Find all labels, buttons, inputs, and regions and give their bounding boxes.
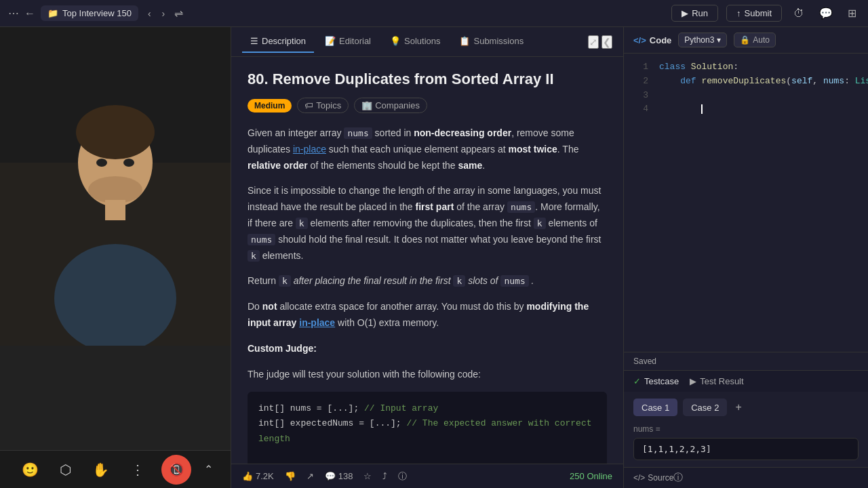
editor-footer: </> Source ⓘ xyxy=(624,467,868,488)
k-code-4: k xyxy=(279,275,291,287)
description-tab-label: Description xyxy=(262,36,306,46)
svg-point-3 xyxy=(76,105,155,159)
like-count: 7.2K xyxy=(256,471,274,481)
tab-description[interactable]: ☰ Description xyxy=(242,30,314,53)
bookmark-button[interactable]: ☆ xyxy=(363,471,372,481)
run-button[interactable]: ▶ Run xyxy=(671,5,718,22)
editor-header: </> Code Python3 ▾ 🔒 Auto xyxy=(624,27,868,54)
paragraph-4: Do not allocate extra space for another … xyxy=(248,299,607,331)
saved-indicator: Saved xyxy=(624,352,868,370)
run-label: Run xyxy=(692,8,708,18)
code-editor-area[interactable]: 1 class Solution: 2 def removeDuplicates… xyxy=(624,54,868,352)
bold-same: same xyxy=(458,160,483,171)
hand-raise-button[interactable]: ✋ xyxy=(88,458,113,482)
companies-tag[interactable]: 🏢 Companies xyxy=(354,98,427,113)
comment-count[interactable]: 💬 138 xyxy=(325,471,353,481)
right-panel: </> Code Python3 ▾ 🔒 Auto 1 class Soluti… xyxy=(624,27,868,488)
submissions-tab-label: Submissions xyxy=(473,36,524,46)
in-place-link-2[interactable]: in-place xyxy=(299,317,335,328)
case-1-tab[interactable]: Case 1 xyxy=(633,399,677,416)
info-button[interactable]: ⓘ xyxy=(398,470,407,483)
submit-button[interactable]: ↑ Submit xyxy=(726,5,782,22)
bold-relative-order: relative order xyxy=(248,160,308,171)
tabs-bar: ☰ Description 📝 Editorial 💡 Solutions 📋 … xyxy=(231,27,623,57)
code-source-icon: </> xyxy=(633,473,645,483)
test-result-label: Test Result xyxy=(700,376,743,386)
solutions-tab-icon: 💡 xyxy=(390,36,401,46)
tab-editorial[interactable]: 📝 Editorial xyxy=(317,30,379,53)
submit-label: Submit xyxy=(745,8,772,18)
topics-tag[interactable]: 🏷 Topics xyxy=(297,98,349,113)
shuffle-icon[interactable]: ⇌ xyxy=(174,7,183,20)
test-result-tab[interactable]: ▶ Test Result xyxy=(690,376,743,386)
case-2-tab[interactable]: Case 2 xyxy=(683,399,727,416)
case-tabs: Case 1 Case 2 + xyxy=(633,399,859,416)
nums-code-1: nums xyxy=(344,127,372,139)
svg-point-4 xyxy=(88,176,142,203)
lock-icon: 🔒 xyxy=(740,35,750,45)
dislike-button[interactable]: 👎 xyxy=(285,471,296,481)
back-button[interactable]: ← xyxy=(24,7,35,20)
tab-submissions[interactable]: 📋 Submissions xyxy=(451,30,532,53)
editorial-tab-label: Editorial xyxy=(339,36,371,46)
code-line-1: int[] nums = [...]; // Input array xyxy=(258,401,596,416)
code-line-3: 3 xyxy=(624,89,868,103)
companies-label: Companies xyxy=(375,100,420,110)
expand-controls-button[interactable]: ⌃ xyxy=(204,463,213,476)
timer-button[interactable]: ⏱ xyxy=(790,6,808,21)
judge-desc: The judge will test your solution with t… xyxy=(248,367,607,383)
info-icon: ⓘ xyxy=(398,470,407,483)
submissions-tab-icon: 📋 xyxy=(459,36,470,46)
comment-button[interactable]: 💬 xyxy=(816,5,836,21)
screen-share-button[interactable]: ⬡ xyxy=(56,458,75,482)
problem-description: Given an integer array nums sorted in no… xyxy=(248,125,607,464)
next-problem-button[interactable]: › xyxy=(158,7,170,20)
call-controls: 🙂 ⬡ ✋ ⋮ 📵 ⌃ xyxy=(0,450,231,488)
top-bar-left: ⋯ ← 📁 Top Interview 150 ‹ › ⇌ xyxy=(8,5,183,21)
dots-menu-button[interactable]: ⋯ xyxy=(8,7,19,20)
paragraph-1: Given an integer array nums sorted in no… xyxy=(248,125,607,174)
code-line-3 xyxy=(258,447,596,462)
add-case-button[interactable]: + xyxy=(732,399,744,416)
description-tab-icon: ☰ xyxy=(250,36,258,46)
tags-row: Medium 🏷 Topics 🏢 Companies xyxy=(248,98,607,113)
external-link-icon: ⤴ xyxy=(382,471,387,481)
in-place-link-1[interactable]: in-place xyxy=(293,144,326,155)
person-svg xyxy=(0,27,231,346)
emoji-button[interactable]: 🙂 xyxy=(18,458,43,482)
more-options-button[interactable]: ⋮ xyxy=(127,458,149,482)
prev-problem-button[interactable]: ‹ xyxy=(144,7,155,20)
share-button[interactable]: ↗ xyxy=(307,471,314,481)
end-call-button[interactable]: 📵 xyxy=(161,455,191,485)
share-icon: ↗ xyxy=(307,471,314,481)
difficulty-badge: Medium xyxy=(248,99,292,113)
submit-icon: ↑ xyxy=(736,8,741,18)
line-number-1: 1 xyxy=(632,60,648,75)
tab-solutions[interactable]: 💡 Solutions xyxy=(382,30,448,53)
expand-panel-button[interactable]: ⤢ xyxy=(588,35,599,49)
online-count: 250 Online xyxy=(570,471,612,481)
svg-point-5 xyxy=(96,159,107,167)
testcase-tab[interactable]: ✓ Testcase xyxy=(633,376,679,386)
code-line-1: 1 class Solution: xyxy=(624,60,868,75)
custom-judge-title: Custom Judge: xyxy=(248,341,607,357)
line-number-4: 4 xyxy=(632,102,648,117)
auto-label: Auto xyxy=(753,35,770,45)
svg-point-6 xyxy=(123,159,134,167)
testcase-label: Testcase xyxy=(644,376,679,386)
svg-rect-8 xyxy=(105,200,125,220)
bold-most-twice: most twice xyxy=(508,144,557,155)
like-button[interactable]: 👍 7.2K xyxy=(242,471,274,481)
external-link-button[interactable]: ⤴ xyxy=(382,471,387,481)
k-code-5: k xyxy=(453,275,465,287)
bold-non-decreasing: non-decreasing order xyxy=(414,127,511,138)
problem-title-badge: 📁 Top Interview 150 xyxy=(41,5,138,21)
language-selector[interactable]: Python3 ▾ xyxy=(678,33,727,47)
test-result-play-icon: ▶ xyxy=(690,376,696,386)
source-info-button[interactable]: ⓘ xyxy=(673,472,683,484)
bold-modify: modifying the input array in-place xyxy=(248,301,589,328)
collapse-panel-button[interactable]: ❮ xyxy=(601,35,612,49)
line-content-4 xyxy=(659,102,703,117)
grid-layout-button[interactable]: ⊞ xyxy=(844,5,860,21)
bottom-stats: 👍 7.2K 👎 ↗ 💬 138 ☆ ⤴ ⓘ 250 Online xyxy=(231,464,623,488)
